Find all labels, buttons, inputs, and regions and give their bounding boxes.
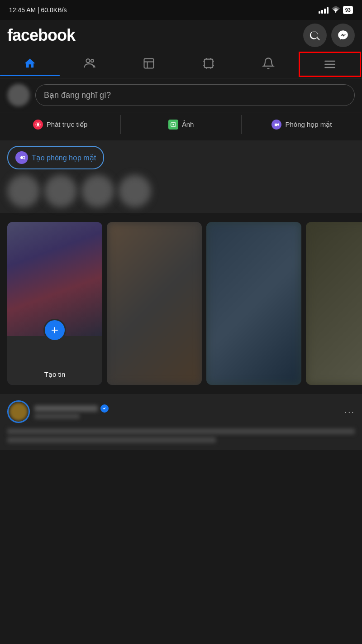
photo-button[interactable]: Ảnh xyxy=(121,115,242,134)
story-plus-icon: + xyxy=(43,319,66,341)
story-avatar-2[interactable] xyxy=(44,175,77,207)
svg-point-8 xyxy=(37,123,39,126)
svg-point-0 xyxy=(335,11,337,13)
post-meta xyxy=(34,413,80,419)
menu-icon xyxy=(324,58,336,71)
messenger-icon xyxy=(337,29,349,41)
tab-notifications[interactable] xyxy=(238,51,298,76)
header-icon-group xyxy=(303,24,355,47)
post-username xyxy=(34,405,98,412)
post-header: ··· xyxy=(0,394,362,427)
live-label: Phát trực tiếp xyxy=(47,120,88,129)
wifi-icon xyxy=(331,5,340,14)
feed-post: ··· xyxy=(0,394,362,450)
story-img-2 xyxy=(107,222,202,385)
svg-point-1 xyxy=(86,59,90,62)
photo-icon xyxy=(168,120,178,130)
svg-rect-3 xyxy=(144,59,154,68)
create-room-label: Tạo phòng họp mặt xyxy=(32,154,96,162)
marketplace-icon xyxy=(143,57,155,70)
post-input[interactable]: Bạn đang nghĩ gì? xyxy=(35,84,355,106)
post-text xyxy=(0,427,362,450)
post-avatar xyxy=(10,403,28,421)
tab-marketplace[interactable] xyxy=(119,51,179,76)
create-room-button[interactable]: Tạo phòng họp mặt xyxy=(7,146,104,169)
story-avatar-1[interactable] xyxy=(7,175,40,207)
story-card-2[interactable] xyxy=(107,222,202,385)
create-story-card[interactable]: + Tạo tin xyxy=(7,222,102,385)
post-text-line-2 xyxy=(7,437,216,443)
status-right: 93 xyxy=(319,5,353,14)
story-bottom: Tạo tin xyxy=(7,336,102,385)
story-avatars-row xyxy=(7,175,355,207)
story-card-4[interactable] xyxy=(306,222,362,385)
story-card-3[interactable] xyxy=(206,222,301,385)
tab-menu[interactable] xyxy=(299,52,361,77)
create-story-label: Tạo tin xyxy=(44,370,66,379)
live-button[interactable]: Phát trực tiếp xyxy=(0,115,121,134)
tab-home[interactable] xyxy=(0,51,60,76)
post-more-button[interactable]: ··· xyxy=(344,407,355,417)
app-header: facebook xyxy=(0,20,362,51)
post-text-line-1 xyxy=(7,428,355,434)
story-img-4 xyxy=(306,222,362,385)
photo-label: Ảnh xyxy=(182,120,194,129)
post-user xyxy=(7,400,109,423)
svg-rect-4 xyxy=(205,59,213,68)
svg-point-2 xyxy=(90,59,93,62)
bell-icon xyxy=(262,57,275,70)
post-avatar-ring xyxy=(7,400,30,423)
home-icon xyxy=(24,57,36,70)
status-time: 12:45 AM | 60.0KB/s xyxy=(9,6,67,14)
story-avatar-3[interactable] xyxy=(81,175,114,207)
watch-icon xyxy=(202,57,215,70)
post-verified-badge xyxy=(100,404,109,413)
tab-friends[interactable] xyxy=(60,51,119,76)
post-box: Bạn đang nghĩ gì? xyxy=(0,78,362,112)
stories-grid: + Tạo tin xyxy=(0,216,362,390)
action-row: Phát trực tiếp Ảnh Phòng họp mặt xyxy=(0,112,362,137)
story-img-3 xyxy=(206,222,301,385)
room-button[interactable]: Phòng họp mặt xyxy=(242,115,362,134)
messenger-button[interactable] xyxy=(331,24,355,47)
status-bar: 12:45 AM | 60.0KB/s 93 xyxy=(0,0,362,20)
search-icon xyxy=(309,29,321,41)
post-info xyxy=(34,404,109,419)
live-icon xyxy=(33,120,43,130)
svg-point-11 xyxy=(172,124,174,125)
signal-icon xyxy=(319,6,329,14)
user-avatar xyxy=(7,84,30,106)
story-avatar-4[interactable] xyxy=(119,175,151,207)
search-button[interactable] xyxy=(303,24,327,47)
facebook-logo: facebook xyxy=(7,26,75,45)
nav-tabs xyxy=(0,51,362,78)
battery-indicator: 93 xyxy=(343,6,353,14)
room-icon xyxy=(272,120,281,130)
stories-section: Tạo phòng họp mặt xyxy=(0,140,362,213)
create-room-icon xyxy=(15,151,28,164)
friends-icon xyxy=(83,57,96,70)
room-label: Phòng họp mặt xyxy=(285,120,332,129)
tab-watch[interactable] xyxy=(179,51,238,76)
